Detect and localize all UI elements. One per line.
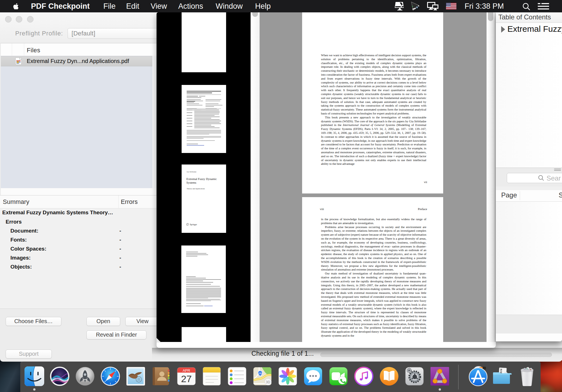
- svg-text:Theory and Applications: Theory and Applications: [187, 188, 205, 190]
- svg-text:Springer: Springer: [190, 223, 197, 226]
- svg-text:Systems: Systems: [186, 181, 196, 184]
- svg-text:3D: 3D: [266, 380, 270, 384]
- svg-text:APR: APR: [183, 368, 190, 373]
- svg-text:27: 27: [181, 373, 192, 384]
- svg-text:Gia Sirbiladze: Gia Sirbiladze: [187, 171, 197, 173]
- svg-text:Extremal Fuzzy Dynamic: Extremal Fuzzy Dynamic: [186, 177, 217, 181]
- svg-text:280: 280: [258, 372, 262, 375]
